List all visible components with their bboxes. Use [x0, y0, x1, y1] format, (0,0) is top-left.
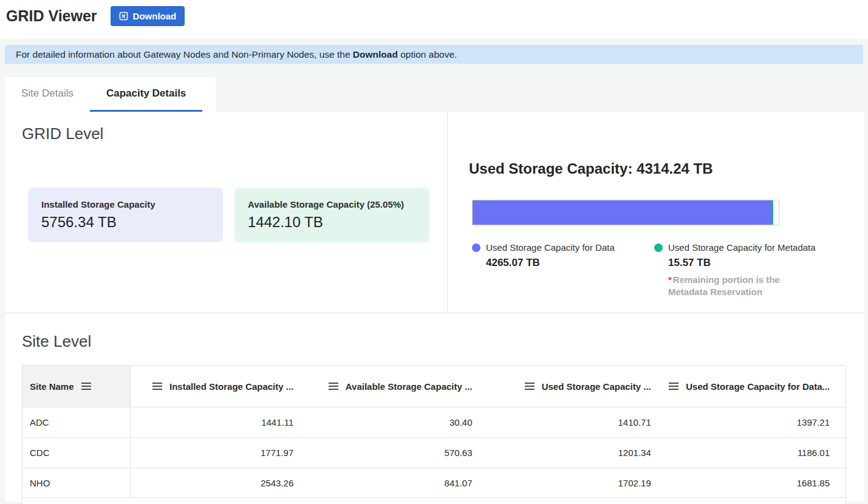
tab-site-details[interactable]: Site Details [5, 77, 90, 112]
used-bar-data-segment [473, 200, 772, 225]
available-capacity-value: 1442.10 TB [248, 214, 416, 231]
spreadsheet-file-icon [119, 12, 128, 21]
metadata-legend-dot-icon [654, 243, 663, 252]
installed-capacity-value: 5756.34 TB [41, 214, 210, 231]
used-for-data-cell: 1397.21 [667, 407, 846, 437]
info-banner: For detailed information about Gateway N… [5, 45, 863, 64]
tab-strip: Site Details Capacity Details [5, 77, 216, 112]
data-legend-label: Used Storage Capacity for Data [486, 242, 615, 253]
metadata-reservation-footnote: *Remaining portion is the Metadata Reser… [668, 274, 814, 298]
page-body: For detailed information about Gateway N… [0, 39, 868, 504]
grid-level-section: GRID Level Installed Storage Capacity 57… [5, 112, 864, 313]
banner-bold-word: Download [353, 49, 398, 60]
installed-header-label: Installed Storage Capacity ... [169, 381, 293, 392]
column-header-available[interactable]: Available Storage Capacity ... [309, 366, 488, 407]
legend-item-data: Used Storage Capacity for Data 4265.07 T… [472, 242, 654, 298]
column-menu-icon[interactable] [81, 381, 91, 392]
column-menu-icon[interactable] [152, 381, 162, 392]
column-header-installed[interactable]: Installed Storage Capacity ... [131, 366, 309, 407]
available-cell: 570.63 [309, 438, 488, 468]
data-legend-value: 4265.07 TB [486, 257, 654, 269]
grid-level-left: GRID Level Installed Storage Capacity 57… [5, 112, 448, 313]
column-header-used[interactable]: Used Storage Capacity ... [488, 366, 667, 407]
used-for-data-header-label: Used Storage Capacity for Data... [686, 381, 830, 392]
used-cell: 1201.34 [488, 438, 667, 468]
column-header-used-for-data[interactable]: Used Storage Capacity for Data... [667, 366, 846, 407]
page-title: GRID Viewer [6, 6, 97, 26]
data-legend-dot-icon [472, 243, 480, 252]
site-name-cell: ADC [22, 407, 131, 437]
available-cell: 30.40 [309, 407, 488, 437]
used-cell: 1702.19 [488, 468, 667, 497]
available-capacity-label: Available Storage Capacity (25.05%) [248, 199, 416, 209]
installed-cell: 2543.26 [131, 468, 309, 497]
footnote-asterisk: * [668, 274, 672, 285]
used-for-data-cell: 1186.01 [667, 438, 846, 468]
site-level-table: Site Name Installed Storage Capacity ... [22, 365, 846, 504]
installed-cell: 1441.11 [131, 407, 309, 437]
used-header-label: Used Storage Capacity ... [542, 381, 651, 392]
table-row[interactable]: CDC 1771.97 570.63 1201.34 1186.01 [22, 437, 846, 468]
installed-capacity-card: Installed Storage Capacity 5756.34 TB [28, 188, 223, 242]
table-header-row: Site Name Installed Storage Capacity ... [22, 366, 846, 407]
used-cell: 1410.71 [488, 407, 667, 437]
capacity-details-panel: GRID Level Installed Storage Capacity 57… [5, 112, 864, 502]
download-button[interactable]: Download [111, 6, 185, 26]
grid-level-heading: GRID Level [22, 124, 447, 143]
used-capacity-heading: Used Storage Capacity: 4314.24 TB [469, 160, 864, 177]
footnote-text: Remaining portion is the Metadata Reserv… [668, 274, 780, 297]
site-name-cell: CDC [22, 438, 131, 468]
column-menu-icon[interactable] [669, 381, 678, 392]
page-header: GRID Viewer Download [0, 0, 868, 39]
banner-text-after: option above. [398, 49, 457, 60]
legend-item-metadata: Used Storage Capacity for Metadata 15.57… [654, 242, 836, 298]
used-capacity-bar [472, 200, 779, 225]
column-menu-icon[interactable] [525, 381, 535, 392]
site-name-cell: NHO [22, 468, 131, 497]
metadata-legend-value: 15.57 TB [668, 257, 836, 269]
metadata-legend-label: Used Storage Capacity for Metadata [668, 242, 816, 253]
site-name-header-label: Site Name [30, 381, 74, 392]
column-header-site-name[interactable]: Site Name [22, 366, 131, 407]
column-menu-icon[interactable] [329, 381, 338, 392]
table-row[interactable]: ADC 1441.11 30.40 1410.71 1397.21 [22, 407, 846, 437]
used-for-data-cell: 1681.85 [667, 468, 846, 497]
available-capacity-card: Available Storage Capacity (25.05%) 1442… [234, 188, 429, 242]
site-level-heading: Site Level [22, 332, 864, 351]
tab-capacity-details[interactable]: Capacity Details [90, 77, 202, 112]
used-capacity-legend: Used Storage Capacity for Data 4265.07 T… [472, 242, 864, 298]
table-row[interactable]: NHO 2543.26 841.07 1702.19 1681.85 [22, 468, 846, 498]
available-header-label: Available Storage Capacity ... [346, 381, 473, 392]
installed-cell: 1771.97 [131, 438, 309, 468]
used-bar-metadata-segment [772, 200, 773, 225]
used-capacity-panel: Used Storage Capacity: 4314.24 TB Used S… [448, 112, 864, 313]
site-level-section: Site Level Site Name Installed Storage C… [5, 313, 864, 504]
installed-capacity-label: Installed Storage Capacity [41, 199, 210, 209]
available-cell: 841.07 [309, 468, 488, 497]
download-button-label: Download [133, 11, 177, 21]
banner-text-before: For detailed information about Gateway N… [16, 49, 353, 60]
grid-level-cards: Installed Storage Capacity 5756.34 TB Av… [28, 188, 447, 242]
